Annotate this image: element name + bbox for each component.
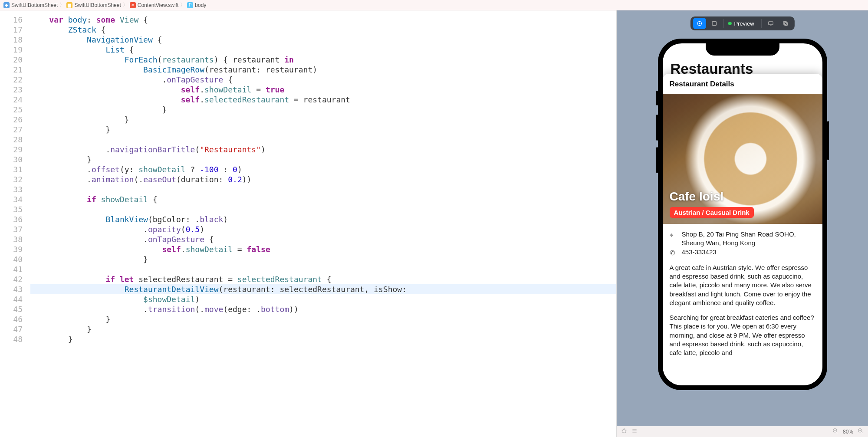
duplicate-icon: [783, 20, 789, 26]
device-side-button: [656, 115, 658, 141]
device-side-button: [656, 91, 658, 105]
zoom-out-button[interactable]: [832, 428, 838, 435]
preview-label: Preview: [734, 20, 754, 27]
breadcrumb-symbol[interactable]: body: [195, 2, 206, 8]
code-area[interactable]: var body: some View { ZStack { Navigatio…: [30, 10, 616, 437]
chevron-right-icon: 〉: [59, 1, 65, 9]
sliders-icon: [631, 428, 638, 434]
svg-rect-4: [783, 21, 786, 24]
restaurant-phone: 453-333423: [682, 248, 815, 257]
zoom-out-icon: [832, 428, 838, 434]
swift-file-icon: ✶: [130, 2, 136, 8]
pin-preview-button[interactable]: [621, 428, 627, 435]
canvas-toolbar: Preview: [690, 16, 794, 30]
breadcrumb: ◆ SwiftUIBottomSheet 〉 ▆ SwiftUIBottomSh…: [0, 0, 868, 10]
chevron-right-icon: 〉: [123, 1, 128, 9]
phone-icon: ✆: [670, 248, 677, 257]
svg-rect-5: [784, 23, 787, 26]
pin-icon: [621, 428, 627, 434]
restaurant-address: Shop B, 20 Tai Ping Shan Road SOHO, Sheu…: [682, 230, 815, 248]
svg-rect-3: [768, 22, 773, 25]
duplicate-preview-button[interactable]: [779, 18, 792, 29]
device-frame: Restaurants Restaurant Details Cafe lois…: [658, 39, 827, 390]
sheet-hero-image: Cafe loisl Austrian / Causual Drink: [663, 94, 822, 224]
selectable-preview-button[interactable]: [707, 18, 720, 29]
breadcrumb-project[interactable]: SwiftUIBottomSheet: [11, 2, 58, 8]
folder-icon: ▆: [66, 2, 72, 8]
restaurant-tag: Austrian / Causual Drink: [670, 207, 754, 218]
svg-point-1: [699, 23, 700, 24]
toolbar-separator: [761, 19, 762, 28]
project-icon: ◆: [3, 2, 10, 8]
breadcrumb-file[interactable]: ContentView.swift: [138, 2, 179, 8]
restaurant-name: Cafe loisl: [670, 190, 754, 204]
zoom-in-icon: [858, 428, 864, 434]
preview-status[interactable]: Preview: [726, 20, 758, 27]
restaurant-description-1: A great cafe in Austrian style. We offer…: [663, 257, 822, 307]
device-settings-button[interactable]: [764, 18, 777, 29]
preview-canvas: Preview Restaurants Restaurant Details: [616, 10, 868, 437]
breadcrumb-folder[interactable]: SwiftUIBottomSheet: [74, 2, 121, 8]
map-icon: ⌖: [670, 230, 677, 248]
restaurant-info: ⌖ Shop B, 20 Tai Ping Shan Road SOHO, Sh…: [663, 224, 822, 257]
property-icon: P: [187, 2, 193, 8]
chevron-right-icon: 〉: [180, 1, 185, 9]
canvas-settings-button[interactable]: [631, 428, 638, 435]
sheet-header: Restaurant Details: [663, 74, 822, 94]
status-dot-icon: [728, 22, 731, 25]
zoom-level[interactable]: 80%: [843, 429, 853, 435]
device-side-button: [656, 147, 658, 173]
target-icon: [696, 20, 702, 26]
svg-rect-2: [712, 21, 716, 25]
device-side-button: [827, 121, 829, 160]
display-icon: [768, 20, 774, 26]
bottom-sheet[interactable]: Restaurant Details Cafe loisl Austrian /…: [663, 74, 822, 385]
zoom-in-button[interactable]: [858, 428, 864, 435]
line-number-gutter: 1617181920212223242526272829303132333435…: [0, 10, 30, 437]
canvas-status-bar: 80%: [617, 426, 868, 437]
live-preview-button[interactable]: [693, 18, 706, 29]
cursor-rect-icon: [711, 20, 717, 26]
restaurant-description-2: Searching for great breakfast eateries a…: [663, 307, 822, 357]
toolbar-separator: [723, 19, 723, 28]
device-screen[interactable]: Restaurants Restaurant Details Cafe lois…: [663, 43, 822, 385]
code-editor[interactable]: 1617181920212223242526272829303132333435…: [0, 10, 616, 437]
device-notch: [706, 43, 779, 56]
